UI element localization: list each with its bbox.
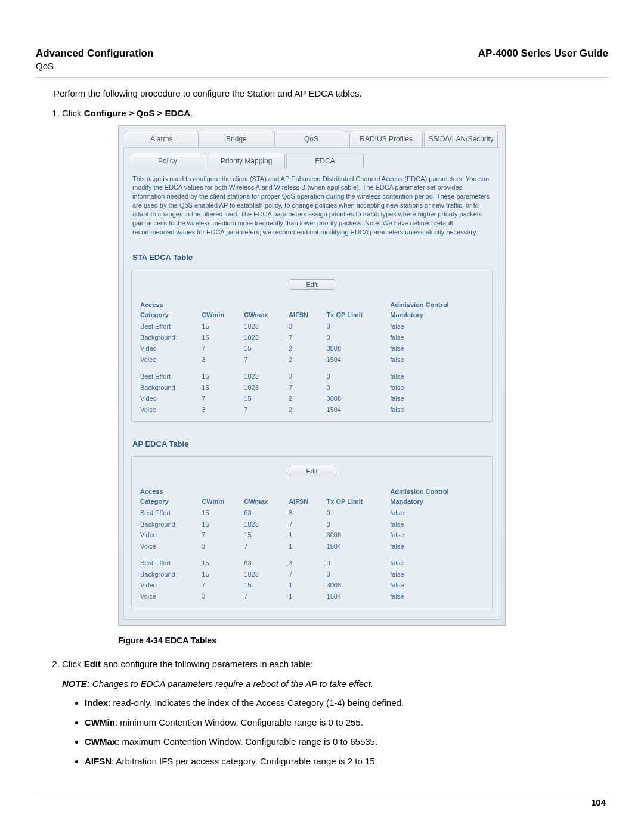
- table-cell: false: [388, 393, 486, 404]
- list-item: CWMin: minimum Contention Window. Config…: [85, 716, 608, 730]
- col-header: Admission ControlMandatory: [388, 299, 486, 321]
- table-cell: 1023: [242, 321, 286, 332]
- table-cell: 1023: [242, 569, 286, 580]
- table-cell: false: [388, 591, 486, 602]
- sta-edit-button[interactable]: Edit: [289, 279, 335, 290]
- col-header: Tx OP Limit: [324, 299, 388, 321]
- table-cell: 0: [324, 321, 388, 332]
- table-row: Voice3721504false: [138, 404, 486, 416]
- table-cell: Video: [138, 529, 199, 541]
- doc-guide-title: AP-4000 Series User Guide: [478, 48, 608, 60]
- table-cell: Voice: [138, 354, 199, 366]
- table-cell: false: [388, 580, 486, 591]
- table-cell: 1: [286, 529, 324, 541]
- doc-section-title: Advanced Configuration: [36, 48, 153, 60]
- ap-edca-table: AccessCategoryCWminCWmaxAIFSNTx OP Limit…: [138, 485, 486, 602]
- table-cell: 7: [286, 569, 324, 580]
- col-header: Tx OP Limit: [324, 485, 388, 507]
- intro-text: Perform the following procedure to confi…: [54, 88, 608, 98]
- table-cell: 7: [242, 541, 286, 552]
- tab-radius-profiles[interactable]: RADIUS Profiles: [349, 131, 423, 147]
- sta-edca-table: AccessCategoryCWminCWmaxAIFSNTx OP Limit…: [138, 299, 486, 415]
- table-cell: 1023: [242, 382, 286, 394]
- table-cell: false: [388, 529, 486, 541]
- table-cell: 3: [286, 321, 324, 332]
- table-row: Best Effort156330false: [138, 507, 486, 519]
- table-cell: 3: [199, 541, 242, 552]
- table-cell: 2: [286, 354, 324, 366]
- table-row: Best Effort156330false: [138, 558, 486, 569]
- table-cell: 3: [199, 591, 242, 602]
- table-cell: 7: [286, 382, 324, 394]
- table-cell: Voice: [138, 404, 199, 416]
- table-cell: 15: [242, 393, 286, 404]
- table-row: Background15102370false: [138, 382, 486, 394]
- tab-bridge[interactable]: Bridge: [200, 131, 274, 147]
- table-cell: 15: [199, 321, 242, 332]
- table-cell: 0: [324, 569, 388, 580]
- step-2-note: NOTE: Changes to EDCA parameters require…: [62, 677, 608, 691]
- tab-ssid-vlan-security[interactable]: SSID/VLAN/Security: [424, 131, 498, 147]
- table-cell: 7: [199, 580, 242, 591]
- page-number: 104: [36, 797, 608, 807]
- table-cell: 0: [324, 507, 388, 519]
- ap-edit-row: Edit: [138, 464, 486, 478]
- table-cell: 7: [199, 343, 242, 354]
- table-cell: 1: [286, 541, 324, 552]
- table-cell: 15: [199, 569, 242, 580]
- table-row: Background15102370false: [138, 519, 486, 530]
- table-cell: false: [388, 519, 486, 530]
- table-cell: 3008: [324, 529, 388, 541]
- ap-edit-button[interactable]: Edit: [289, 466, 335, 476]
- subtab-policy[interactable]: Policy: [129, 153, 206, 169]
- table-cell: 3: [286, 507, 324, 519]
- table-cell: Background: [138, 569, 199, 580]
- table-cell: Voice: [138, 591, 199, 602]
- table-cell: 3008: [324, 343, 388, 354]
- table-cell: false: [388, 332, 486, 343]
- table-cell: 7: [242, 591, 286, 602]
- table-cell: 15: [199, 519, 242, 530]
- procedure-list: Click Configure > QoS > EDCA. Alarms Bri…: [62, 107, 608, 768]
- col-header: AIFSN: [286, 299, 324, 321]
- table-cell: 1: [286, 580, 324, 591]
- step-2-text: Click Edit and configure the following p…: [62, 659, 313, 669]
- table-cell: Background: [138, 519, 199, 530]
- table-cell: false: [388, 541, 486, 552]
- table-cell: false: [388, 371, 486, 382]
- header-left: Advanced Configuration QoS: [36, 48, 153, 71]
- table-cell: 0: [324, 382, 388, 394]
- table-cell: 7: [242, 354, 286, 366]
- table-cell: 63: [242, 507, 286, 519]
- table-row: Video71513008false: [138, 529, 486, 541]
- table-cell: false: [388, 404, 486, 416]
- sub-tabbar: Policy Priority Mapping EDCA: [124, 148, 500, 169]
- edca-screenshot: Alarms Bridge QoS RADIUS Profiles SSID/V…: [118, 125, 506, 627]
- table-cell: false: [388, 321, 486, 332]
- table-cell: 0: [324, 519, 388, 530]
- table-row: Best Effort15102330false: [138, 371, 486, 382]
- subtab-edca[interactable]: EDCA: [286, 153, 364, 169]
- table-cell: false: [388, 558, 486, 569]
- table-cell: 0: [324, 371, 388, 382]
- table-cell: 15: [199, 507, 242, 519]
- table-cell: Background: [138, 332, 199, 343]
- col-header: CWmin: [199, 299, 242, 321]
- table-cell: 2: [286, 393, 324, 404]
- tab-alarms[interactable]: Alarms: [125, 131, 199, 147]
- table-row: Video71523008false: [138, 393, 486, 404]
- table-row: Voice3721504false: [138, 354, 486, 366]
- table-cell: Video: [138, 343, 199, 354]
- subtab-priority-mapping[interactable]: Priority Mapping: [208, 153, 285, 169]
- table-cell: false: [388, 382, 486, 394]
- table-cell: Best Effort: [138, 321, 199, 332]
- tab-qos[interactable]: QoS: [274, 131, 348, 147]
- table-cell: false: [388, 343, 486, 354]
- step-1: Click Configure > QoS > EDCA. Alarms Bri…: [62, 107, 608, 647]
- table-cell: 3008: [324, 393, 388, 404]
- table-cell: Best Effort: [138, 558, 199, 569]
- table-cell: 1023: [242, 371, 286, 382]
- inner-panel: Policy Priority Mapping EDCA This page i…: [123, 147, 500, 620]
- table-cell: 7: [242, 404, 286, 416]
- table-cell: 1023: [242, 519, 286, 530]
